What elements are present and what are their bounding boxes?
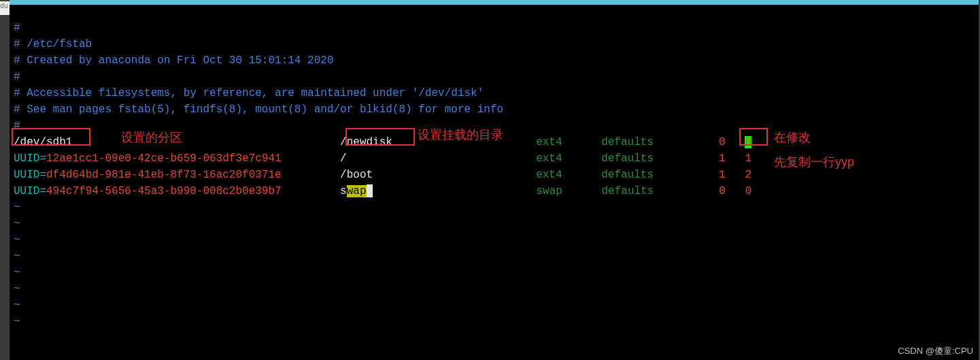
watermark: CSDN @傻童:CPU bbox=[898, 344, 973, 358]
terminal-window[interactable]: # # /etc/fstab # Created by anaconda on … bbox=[10, 0, 979, 360]
terminal-content[interactable]: # # /etc/fstab # Created by anaconda on … bbox=[14, 20, 975, 330]
scrollbar-tab: du bbox=[0, 1, 10, 15]
